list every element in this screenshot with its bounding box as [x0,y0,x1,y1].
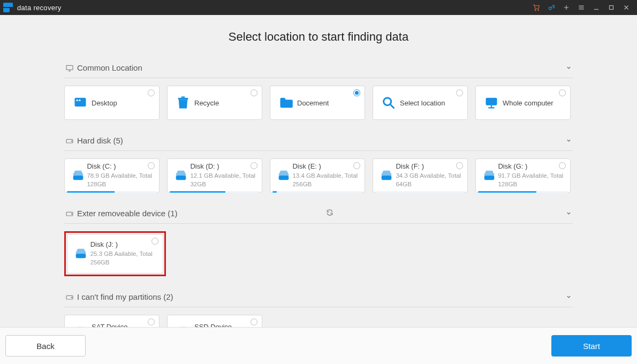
section-header-common[interactable]: Common Location [64,59,573,78]
svg-rect-5 [75,98,86,107]
card-disk-d[interactable]: Disk (D: ) 12.1 GB Available, Total 32GB [167,158,262,193]
card-desktop[interactable]: Desktop [64,86,160,120]
radio-unselected[interactable] [559,162,566,169]
card-disk-f[interactable]: Disk (F: ) 34.3 GB Available, Total 64GB [373,158,468,193]
disk-sub: 13.4 GB Available, Total 256GB [292,172,359,188]
maximize-icon[interactable] [604,0,619,15]
menu-icon[interactable] [574,0,589,15]
app-logo-icon [3,3,13,12]
back-button[interactable]: Back [5,335,86,357]
svg-rect-3 [610,6,613,10]
radio-unselected[interactable] [148,89,155,96]
hdd-icon [276,168,291,183]
device-label: SSD Device [194,323,232,327]
cart-icon[interactable] [529,0,544,15]
svg-rect-18 [278,176,289,180]
svg-rect-4 [66,65,73,70]
drive-icon [65,136,77,145]
card-disk-e[interactable]: Disk (E: ) 13.4 GB Available, Total 256G… [270,158,365,193]
desktop-icon [70,95,90,110]
radio-selected[interactable] [353,89,360,96]
disk-sub: 12.1 GB Available, Total 32GB [190,172,256,188]
card-sat-device[interactable]: SAT Device 512GB [64,315,160,327]
radio-unselected[interactable] [353,162,360,169]
disk-label: Disk (J: ) [90,240,157,248]
device-label: SAT Device [92,323,127,327]
common-locations-row: Desktop Recycle Docement [64,86,573,120]
radio-unselected[interactable] [251,162,257,169]
svg-point-2 [549,7,551,10]
section-header-harddisk[interactable]: Hard disk (5) [64,132,573,151]
removable-row: Disk (J: ) 25.3 GB Aailable, Total 256GB [64,231,573,276]
card-whole-computer[interactable]: Whole computer [475,86,571,120]
radio-unselected[interactable] [251,318,257,325]
chevron-down-icon [566,63,572,72]
disk-sub: 34.3 GB Available, Total 64GB [396,172,462,188]
hdd-icon [70,168,86,183]
add-icon[interactable] [559,0,574,15]
card-disk-c[interactable]: Disk (C: ) 78.9 GB Available, Total 128G… [64,158,160,193]
card-disk-g[interactable]: Disk (G: ) 91.7 GB Available, Total 128G… [475,158,571,193]
card-recycle[interactable]: Recycle [167,86,262,120]
radio-unselected[interactable] [148,162,155,169]
hard-disk-row: Disk (C: ) 78.9 GB Available, Total 128G… [64,158,573,193]
close-icon[interactable] [619,0,634,15]
svg-point-25 [71,297,72,298]
key-icon[interactable] [544,0,559,15]
usage-bar [170,191,260,193]
monitor-icon [481,95,502,110]
search-icon [378,95,399,110]
folder-icon [276,95,296,110]
card-label: Docement [297,99,329,107]
footer: Back Start [0,327,637,364]
disk-label: Disk (F: ) [396,162,462,170]
card-label: Desktop [92,99,117,107]
card-select-location[interactable]: Select location [373,86,468,120]
svg-rect-19 [382,176,392,180]
drive-icon [65,209,77,218]
usage-bar [375,191,465,193]
section-header-partitions[interactable]: I can't find my partitions (2) [64,288,573,307]
svg-point-7 [79,100,80,101]
card-disk-j[interactable]: Disk (J: ) 25.3 GB Aailable, Total 256GB [67,234,163,274]
start-button[interactable]: Start [551,335,632,357]
section-header-removable[interactable]: Exter removeable device (1) [64,204,573,224]
usage-bar [272,191,362,193]
disk-label: Disk (D: ) [190,162,256,170]
svg-rect-20 [484,176,494,180]
trash-icon [173,95,193,110]
section-label: Exter removeable device (1) [77,209,322,218]
chevron-down-icon [566,292,572,301]
svg-rect-8 [178,98,188,100]
svg-point-15 [71,141,72,141]
radio-unselected[interactable] [456,162,463,169]
titlebar: data recovery [0,0,637,15]
svg-rect-23 [76,254,86,258]
hdd-icon [73,246,89,261]
minimize-icon[interactable] [589,0,604,15]
hdd-icon [173,324,193,327]
radio-unselected[interactable] [148,318,155,325]
disk-sub: 25.3 GB Aailable, Total 256GB [90,250,157,267]
radio-unselected[interactable] [559,89,566,96]
section-label: Hard disk (5) [77,136,566,145]
chevron-down-icon [566,136,572,145]
hdd-icon [481,168,497,183]
radio-unselected[interactable] [251,89,257,96]
monitor-icon [65,64,77,72]
page-title: Select location to start finding data [0,30,637,44]
usage-bar [478,191,568,193]
hdd-icon [70,324,90,327]
radio-unselected[interactable] [456,89,463,96]
refresh-icon[interactable] [322,209,566,218]
card-label: Recycle [194,99,219,107]
usage-bar [67,191,157,193]
card-ssd-device[interactable]: SSD Device 256GB [167,315,262,327]
card-document[interactable]: Docement [270,86,365,120]
highlight-box: Disk (J: ) 25.3 GB Aailable, Total 256GB [64,231,166,276]
radio-unselected[interactable] [151,238,158,245]
svg-point-6 [77,100,78,101]
section-label: I can't find my partitions (2) [77,292,566,301]
chevron-down-icon [566,209,572,218]
svg-rect-9 [181,96,185,97]
